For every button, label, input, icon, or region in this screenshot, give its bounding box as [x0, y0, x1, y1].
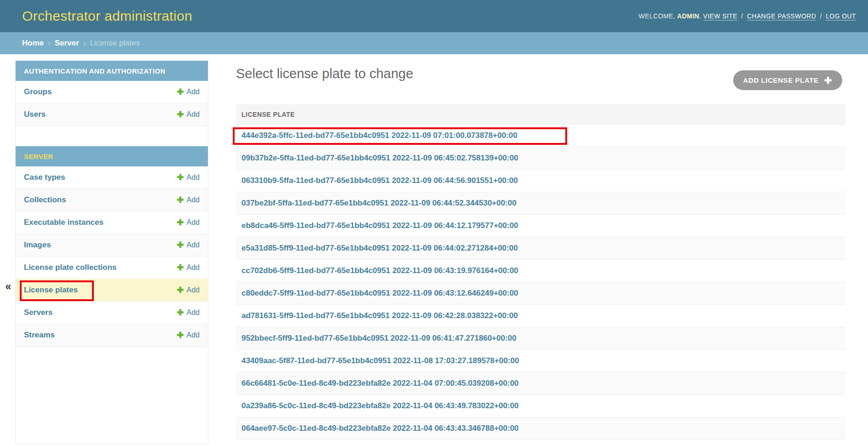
add-license-plate-button[interactable]: ADD LICENSE PLATE ✚: [733, 70, 842, 90]
plus-icon: ✚: [177, 330, 184, 340]
add-link-label: Add: [187, 263, 200, 272]
plus-icon: ✚: [177, 172, 184, 183]
add-link-label: Add: [187, 110, 200, 119]
sidebar-item-streams[interactable]: Streams✚Add: [16, 324, 208, 347]
add-case-types-link[interactable]: ✚Add: [177, 172, 200, 183]
license-plate-link[interactable]: 037be2bf-5ffa-11ed-bd77-65e1bb4c0951 202…: [241, 199, 517, 208]
license-plate-row: 09b37b2e-5ffa-11ed-bd77-65e1bb4c0951 202…: [236, 147, 845, 169]
user-tools-separator: /: [820, 12, 822, 20]
plus-icon: ✚: [824, 75, 832, 86]
add-license-plates-link[interactable]: ✚Add: [177, 285, 200, 295]
license-plate-link[interactable]: 064aee97-5c0c-11ed-8c49-bd223ebfa82e 202…: [241, 424, 519, 433]
license-plate-link[interactable]: 0a239a86-5c0c-11ed-8c49-bd223ebfa82e 202…: [241, 401, 519, 411]
license-plate-link[interactable]: eb8dca46-5ff9-11ed-bd77-65e1bb4c0951 202…: [241, 221, 518, 230]
sidebar-collapse-toggle[interactable]: «: [2, 280, 14, 293]
add-streams-link[interactable]: ✚Add: [177, 330, 200, 340]
sidebar-item-license-plates[interactable]: License plates✚Add: [16, 279, 208, 302]
license-plate-row: c80eddc7-5ff9-11ed-bd77-65e1bb4c0951 202…: [236, 282, 845, 304]
license-plate-row: ad781631-5ff9-11ed-bd77-65e1bb4c0951 202…: [236, 304, 845, 327]
sidebar-item-images[interactable]: Images✚Add: [16, 234, 208, 257]
object-tools: ADD LICENSE PLATE ✚: [733, 70, 842, 90]
table-column-header[interactable]: LICENSE PLATE: [236, 104, 845, 124]
license-plate-link[interactable]: 063310b9-5ffa-11ed-bd77-65e1bb4c0951 202…: [241, 176, 518, 185]
license-plate-row: e5a31d85-5ff9-11ed-bd77-65e1bb4c0951 202…: [236, 237, 845, 259]
sidebar-item-groups[interactable]: Groups✚Add: [16, 81, 208, 103]
sidebar-item-executable-instances[interactable]: Executable instances✚Add: [16, 211, 208, 234]
breadcrumb-separator: ›: [48, 39, 51, 48]
add-groups-link[interactable]: ✚Add: [177, 87, 200, 97]
sidebar-item-collections[interactable]: Collections✚Add: [16, 189, 208, 211]
breadcrumb: Home › Server › License plates: [0, 32, 868, 54]
license-plate-link[interactable]: ad781631-5ff9-11ed-bd77-65e1bb4c0951 202…: [241, 311, 518, 320]
license-plate-row: 444e392a-5ffc-11ed-bd77-65e1bb4c0951 202…: [236, 124, 845, 147]
sidebar: AUTHENTICATION AND AUTHORIZATIONGroups✚A…: [15, 61, 208, 444]
sidebar-item-link[interactable]: License plate collections: [24, 263, 116, 272]
add-collections-link[interactable]: ✚Add: [177, 195, 200, 205]
license-plate-row: 952bbecf-5ff9-11ed-bd77-65e1bb4c0951 202…: [236, 327, 845, 349]
add-users-link[interactable]: ✚Add: [177, 109, 200, 120]
license-plate-link[interactable]: 444e392a-5ffc-11ed-bd77-65e1bb4c0951 202…: [241, 131, 517, 140]
add-executable-instances-link[interactable]: ✚Add: [177, 217, 200, 228]
breadcrumb-separator: ›: [83, 39, 86, 48]
breadcrumb-home[interactable]: Home: [22, 39, 44, 48]
license-plate-link[interactable]: cc702db6-5ff9-11ed-bd77-65e1bb4c0951 202…: [241, 266, 518, 275]
license-plate-row: 0a239a86-5c0c-11ed-8c49-bd223ebfa82e 202…: [236, 394, 845, 417]
license-plate-row: 064aee97-5c0c-11ed-8c49-bd223ebfa82e 202…: [236, 417, 845, 439]
add-link-label: Add: [187, 241, 200, 249]
sidebar-item-link[interactable]: Images: [24, 240, 51, 250]
add-link-label: Add: [187, 88, 200, 96]
license-plate-link[interactable]: 09b37b2e-5ffa-11ed-bd77-65e1bb4c0951 202…: [241, 154, 518, 163]
license-plate-row: 43409aac-5f87-11ed-bd77-65e1bb4c0951 202…: [236, 349, 845, 372]
plus-icon: ✚: [177, 240, 184, 250]
plus-icon: ✚: [177, 217, 184, 228]
add-images-link[interactable]: ✚Add: [177, 240, 200, 250]
sidebar-item-link[interactable]: Executable instances: [24, 218, 103, 227]
welcome-text: WELCOME,: [638, 12, 675, 20]
log-out-link[interactable]: LOG OUT: [826, 12, 856, 21]
sidebar-item-users[interactable]: Users✚Add: [16, 103, 208, 126]
change-password-link[interactable]: CHANGE PASSWORD: [747, 12, 816, 21]
sidebar-item-license-plate-collections[interactable]: License plate collections✚Add: [16, 257, 208, 279]
sidebar-item-link[interactable]: Groups: [24, 87, 52, 97]
sidebar-item-link[interactable]: Streams: [24, 331, 55, 340]
sidebar-item-link[interactable]: License plates: [24, 285, 78, 295]
plus-icon: ✚: [177, 285, 184, 295]
add-link-label: Add: [187, 308, 200, 317]
view-site-link[interactable]: VIEW SITE: [703, 12, 737, 21]
content-header: Select license plate to change ADD LICEN…: [236, 54, 845, 104]
license-plate-row: eb8dca46-5ff9-11ed-bd77-65e1bb4c0951 202…: [236, 214, 845, 237]
sidebar-section-gap: [16, 126, 208, 146]
plus-icon: ✚: [177, 262, 184, 273]
add-button-label: ADD LICENSE PLATE: [743, 76, 819, 84]
sidebar-section-header-authentication-and-authorization: AUTHENTICATION AND AUTHORIZATION: [16, 61, 208, 81]
app-title[interactable]: Orchestrator administration: [22, 8, 192, 24]
sidebar-item-link[interactable]: Users: [24, 110, 46, 119]
plus-icon: ✚: [177, 87, 184, 97]
sidebar-item-link[interactable]: Collections: [24, 195, 66, 205]
sidebar-item-servers[interactable]: Servers✚Add: [16, 302, 208, 324]
license-plate-link[interactable]: c80eddc7-5ff9-11ed-bd77-65e1bb4c0951 202…: [241, 289, 518, 298]
add-license-plate-collections-link[interactable]: ✚Add: [177, 262, 200, 273]
plus-icon: ✚: [177, 109, 184, 120]
license-plate-link[interactable]: e5a31d85-5ff9-11ed-bd77-65e1bb4c0951 202…: [241, 244, 518, 253]
license-plate-link[interactable]: 66c66481-5c0e-11ed-8c49-bd223ebfa82e 202…: [241, 379, 519, 388]
add-link-label: Add: [187, 331, 200, 339]
username: ADMIN: [677, 12, 699, 20]
sidebar-section-header-server: SERVER: [16, 146, 208, 166]
user-tools: WELCOME, ADMIN. VIEW SITE / CHANGE PASSW…: [638, 12, 856, 20]
main-content: Select license plate to change ADD LICEN…: [236, 54, 845, 439]
license-plate-link[interactable]: 43409aac-5f87-11ed-bd77-65e1bb4c0951 202…: [241, 356, 519, 365]
license-plate-row: 66c66481-5c0e-11ed-8c49-bd223ebfa82e 202…: [236, 372, 845, 394]
license-plate-row: cc702db6-5ff9-11ed-bd77-65e1bb4c0951 202…: [236, 259, 845, 282]
sidebar-item-case-types[interactable]: Case types✚Add: [16, 166, 208, 189]
add-servers-link[interactable]: ✚Add: [177, 308, 200, 318]
username-period: .: [699, 12, 701, 20]
sidebar-item-link[interactable]: Servers: [24, 308, 52, 317]
user-tools-separator: /: [741, 12, 743, 20]
breadcrumb-server[interactable]: Server: [55, 39, 79, 48]
page-title: Select license plate to change: [236, 66, 413, 81]
license-plate-link[interactable]: 952bbecf-5ff9-11ed-bd77-65e1bb4c0951 202…: [241, 334, 517, 343]
sidebar-item-link[interactable]: Case types: [24, 173, 65, 182]
license-plate-row: 037be2bf-5ffa-11ed-bd77-65e1bb4c0951 202…: [236, 192, 845, 214]
license-plate-table: LICENSE PLATE 444e392a-5ffc-11ed-bd77-65…: [236, 104, 845, 439]
